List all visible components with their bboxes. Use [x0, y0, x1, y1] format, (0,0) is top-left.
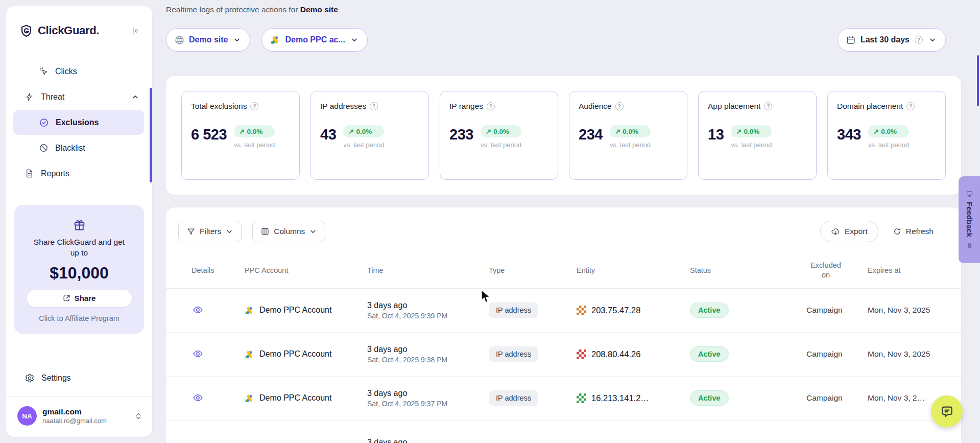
site-selector-dropdown[interactable]: Demo site	[166, 28, 250, 52]
entity-identicon	[577, 393, 586, 403]
user-account-section[interactable]: NA gmail.com naatali.ro@gmail.com	[6, 397, 152, 437]
globe-icon	[175, 35, 184, 45]
cursor-click-icon	[39, 66, 49, 76]
sidebar-item-label: Reports	[41, 169, 69, 178]
row-time: 3 days ago Sat, Oct 4, 2025 9:37 PM	[367, 389, 489, 408]
date-range-dropdown[interactable]: Last 30 days ?	[838, 28, 946, 52]
delta-value: 0.0%	[744, 128, 760, 135]
chevron-up-icon	[132, 94, 139, 101]
column-header-excluded-on: Excluded on	[806, 261, 845, 280]
delta-caption: vs. last period	[868, 141, 909, 149]
entity-identicon	[577, 306, 586, 315]
columns-button[interactable]: Columns	[252, 221, 325, 242]
stat-value: 6 523	[191, 127, 227, 142]
stat-label: IP addresses	[320, 102, 366, 111]
eye-icon	[193, 305, 203, 315]
table-row: Demo PPC Account 3 days ago Sat, Oct 4, …	[166, 333, 961, 377]
stat-card-ip-ranges: IP ranges ? 233 ↗0.0% vs. last period	[440, 91, 558, 180]
help-icon[interactable]: ?	[615, 102, 624, 110]
time-relative: 3 days ago	[367, 345, 489, 354]
sidebar-scrollbar-thumb[interactable]	[150, 88, 152, 182]
entity-identicon	[577, 349, 586, 359]
status-badge: Active	[690, 390, 729, 406]
help-icon[interactable]: ?	[370, 102, 378, 110]
sidebar-collapse-button[interactable]	[128, 24, 142, 38]
gear-icon	[25, 373, 35, 383]
row-ppc-account: Demo PPC Account	[245, 306, 367, 315]
site-selector-label: Demo site	[189, 35, 228, 44]
threat-lightning-icon	[25, 92, 34, 102]
chat-widget-button[interactable]	[931, 395, 963, 427]
stats-summary-card: Total exclusions ? 6 523 ↗0.0% vs. last …	[166, 76, 961, 195]
affiliate-program-link[interactable]: Click to Affiliate Program	[25, 314, 134, 322]
sidebar-item-blacklist[interactable]: Blacklist	[13, 135, 144, 160]
cloud-download-icon	[831, 227, 840, 236]
help-icon[interactable]: ?	[250, 102, 258, 110]
row-details-eye-button[interactable]	[192, 347, 204, 360]
table-row: Demo PPC Account 3 days ago Sat, Oct 4, …	[166, 289, 961, 333]
share-button-label: Share	[75, 294, 96, 302]
stat-value: 43	[320, 127, 336, 142]
share-button[interactable]: Share	[27, 290, 132, 307]
sidebar-item-exclusions[interactable]: Exclusions	[13, 110, 144, 135]
help-icon[interactable]: ?	[915, 36, 923, 44]
time-relative: 3 days ago	[367, 438, 489, 443]
row-ppc-account: Demo PPC Account	[245, 349, 367, 359]
refresh-button[interactable]: Refresh	[889, 221, 938, 242]
calendar-icon	[846, 35, 855, 44]
clickguard-logo-icon	[19, 24, 33, 38]
help-icon[interactable]: ?	[906, 102, 915, 110]
table-row-partial: 3 days ago	[166, 421, 961, 443]
excluded-on-value: Campaign	[806, 393, 868, 403]
sidebar-item-clicks[interactable]: Clicks	[13, 59, 144, 84]
subtitle-text: Realtime logs of protective actions for	[166, 5, 298, 14]
promo-text: Share ClickGuard and get up to	[25, 237, 134, 259]
page-scrollbar-thumb[interactable]	[977, 55, 979, 106]
entity-value: 203.75.47.28	[591, 306, 640, 315]
help-icon[interactable]: ?	[487, 102, 495, 110]
feedback-tab[interactable]: Feedback	[959, 176, 980, 263]
affiliate-promo-card: Share ClickGuard and get up to $10,000 S…	[14, 205, 144, 334]
sidebar-item-settings[interactable]: Settings	[13, 365, 144, 390]
type-badge: IP address	[489, 390, 538, 406]
trend-up-icon: ↗	[736, 127, 742, 135]
promo-amount: $10,000	[25, 264, 134, 283]
page-subtitle: Realtime logs of protective actions for …	[166, 5, 961, 14]
chevron-updown-icon[interactable]	[135, 412, 142, 421]
export-button[interactable]: Export	[820, 221, 878, 242]
filters-button[interactable]: Filters	[178, 221, 242, 242]
stat-card-app-placement: App placement ? 13 ↗0.0% vs. last period	[698, 91, 817, 180]
delta-caption: vs. last period	[731, 141, 772, 149]
help-icon[interactable]: ?	[764, 102, 772, 110]
trend-badge: ↗0.0%	[868, 125, 909, 137]
entity-value: 16.213.141.2…	[591, 393, 649, 403]
trend-up-icon: ↗	[348, 127, 354, 135]
row-time: 3 days ago	[367, 438, 489, 443]
feedback-label: Feedback	[965, 202, 974, 237]
sidebar-item-label: Clicks	[55, 67, 77, 76]
chevron-down-icon	[309, 228, 317, 235]
delta-caption: vs. last period	[610, 141, 651, 149]
trend-badge: ↗0.0%	[731, 125, 772, 137]
row-details-eye-button[interactable]	[192, 391, 204, 404]
user-texts: gmail.com naatali.ro@gmail.com	[42, 407, 107, 425]
sidebar-item-label: Exclusions	[56, 118, 99, 127]
bug-icon	[966, 242, 973, 249]
table-toolbar: Filters Columns Export Refresh	[166, 207, 961, 242]
stat-card-audience: Audience ? 234 ↗0.0% vs. last period	[569, 91, 687, 180]
row-details-eye-button[interactable]	[192, 304, 204, 316]
expires-at-value: Mon, Nov 3, 2025	[868, 349, 953, 359]
ppc-account-selector-dropdown[interactable]: Demo PPC ac...	[261, 28, 367, 52]
selector-row: Demo site Demo PPC ac... Last 30 days ?	[166, 28, 961, 52]
sidebar-item-reports[interactable]: Reports	[13, 161, 144, 186]
sidebar-item-threat[interactable]: Threat	[13, 84, 144, 109]
chevron-down-icon	[351, 36, 358, 43]
expires-at-value: Mon, Nov 3, 2025	[868, 306, 953, 315]
columns-button-label: Columns	[274, 227, 305, 236]
column-header-ppc-account: PPC Account	[245, 266, 367, 274]
trend-up-icon: ↗	[615, 127, 620, 135]
delta-value: 0.0%	[881, 128, 897, 135]
funnel-icon	[187, 227, 195, 236]
row-ppc-account: Demo PPC Account	[245, 393, 367, 403]
user-name: gmail.com	[42, 407, 107, 416]
